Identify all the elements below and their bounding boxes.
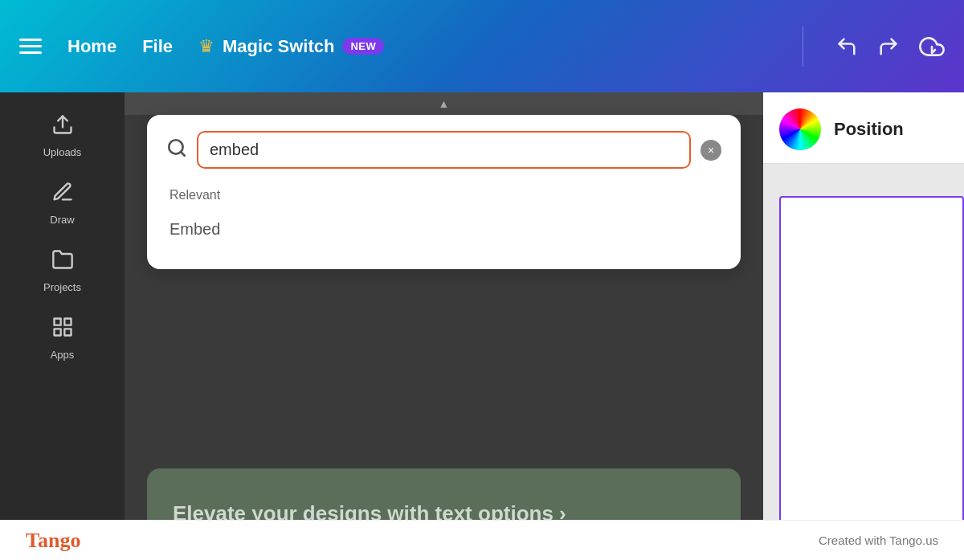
new-badge: NEW [342, 38, 384, 55]
right-panel-header: Position [763, 92, 964, 164]
uploads-label: Uploads [43, 146, 82, 158]
redo-button[interactable] [877, 35, 900, 58]
search-row: × [166, 131, 721, 169]
main-layout: Uploads Draw Projects [0, 92, 964, 560]
footer: Tango Created with Tango.us [0, 520, 964, 560]
draw-label: Draw [50, 214, 74, 226]
right-panel: Position [763, 92, 964, 560]
canvas-preview [763, 164, 964, 560]
magic-switch-nav[interactable]: ♛ Magic Switch NEW [198, 36, 384, 57]
magic-switch-label: Magic Switch [223, 36, 334, 57]
svg-rect-3 [54, 329, 60, 335]
sidebar-item-uploads[interactable]: Uploads [14, 105, 111, 166]
search-card: × Relevant Embed [147, 115, 741, 269]
apps-icon [51, 316, 74, 344]
content-area: ▲ × Relevant Embed [125, 92, 763, 560]
search-icon [166, 137, 187, 163]
file-nav[interactable]: File [142, 36, 173, 57]
canvas-document [779, 196, 964, 560]
undo-button[interactable] [835, 35, 858, 58]
search-result-label-relevant: Relevant [166, 182, 721, 209]
sidebar-item-draw[interactable]: Draw [14, 173, 111, 234]
sidebar-item-projects[interactable]: Projects [14, 240, 111, 301]
hamburger-menu[interactable] [19, 39, 42, 54]
scroll-up-indicator[interactable]: ▲ [125, 92, 763, 115]
header-divider [803, 27, 803, 67]
search-input-wrap [197, 131, 691, 169]
svg-rect-1 [54, 319, 60, 325]
draw-icon [51, 181, 74, 209]
apps-label: Apps [51, 349, 75, 361]
sidebar-item-apps[interactable]: Apps [14, 308, 111, 369]
position-label: Position [834, 119, 904, 140]
header: Home File ♛ Magic Switch NEW [0, 0, 964, 92]
search-results: Relevant Embed [166, 182, 721, 250]
svg-line-6 [181, 152, 185, 156]
upload-icon [51, 113, 74, 141]
projects-label: Projects [43, 281, 81, 293]
sidebar: Uploads Draw Projects [0, 92, 125, 560]
projects-icon [51, 248, 74, 276]
crown-icon: ♛ [198, 36, 214, 57]
clear-search-button[interactable]: × [701, 140, 721, 161]
cloud-save-button[interactable] [919, 34, 945, 59]
home-nav[interactable]: Home [67, 36, 116, 57]
header-actions [835, 34, 945, 59]
search-result-item-embed[interactable]: Embed [166, 209, 721, 250]
svg-rect-4 [64, 329, 71, 335]
tango-logo: Tango [26, 529, 80, 553]
footer-credit: Created with Tango.us [819, 533, 938, 547]
color-wheel-icon[interactable] [779, 108, 821, 150]
chevron-up-icon: ▲ [439, 97, 450, 110]
search-input[interactable] [197, 131, 691, 169]
svg-rect-2 [64, 319, 71, 325]
